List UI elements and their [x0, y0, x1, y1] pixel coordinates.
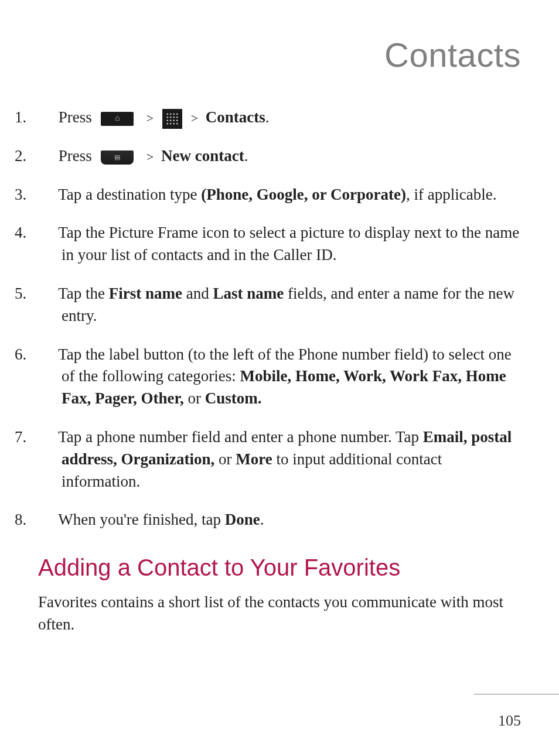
page-number: 105 — [498, 712, 521, 730]
more-label: More — [236, 450, 272, 468]
step-text: or — [184, 389, 205, 407]
footer-divider — [474, 694, 559, 695]
done-label: Done — [225, 511, 260, 528]
step-text: Press — [59, 108, 92, 126]
menu-path-new-contact: New contact — [161, 147, 244, 165]
menu-button-icon — [101, 150, 134, 165]
step-text: . — [260, 511, 264, 528]
step-text: Tap the Picture Frame icon to select a p… — [58, 224, 519, 264]
step-text: Tap the — [58, 285, 109, 302]
custom-label: Custom. — [205, 389, 262, 407]
step-4: 4. Tap the Picture Frame icon to select … — [38, 222, 521, 266]
last-name-label: Last name — [213, 285, 284, 302]
destination-types: (Phone, Google, or Corporate) — [201, 186, 406, 203]
step-number: 2. — [38, 145, 54, 167]
step-number: 3. — [38, 184, 54, 206]
step-text: Press — [59, 147, 92, 165]
step-text: and — [182, 285, 213, 302]
step-text: Tap a destination type — [58, 186, 201, 203]
step-3: 3. Tap a destination type (Phone, Google… — [38, 184, 521, 206]
step-number: 6. — [38, 344, 54, 366]
step-6: 6. Tap the label button (to the left of … — [38, 344, 521, 410]
separator: > — [191, 111, 198, 125]
step-list: 1. Press > > Contacts. 2. Press > New co… — [38, 107, 521, 531]
step-number: 7. — [38, 426, 54, 449]
period: . — [265, 108, 270, 126]
step-text: Tap a phone number field and enter a pho… — [58, 428, 423, 446]
separator: > — [146, 111, 154, 125]
separator: > — [146, 149, 154, 164]
step-8: 8. When you're finished, tap Done. — [38, 509, 521, 531]
step-number: 8. — [38, 509, 54, 531]
step-5: 5. Tap the First name and Last name fiel… — [38, 283, 521, 327]
menu-path-contacts: Contacts — [206, 108, 265, 126]
step-number: 1. — [38, 107, 54, 129]
step-number: 4. — [38, 222, 54, 244]
step-2: 2. Press > New contact. — [38, 145, 521, 167]
section-body-favorites: Favorites contains a short list of the c… — [38, 591, 521, 636]
first-name-label: First name — [109, 285, 182, 302]
step-text: , if applicable. — [406, 186, 496, 203]
step-number: 5. — [38, 283, 54, 305]
apps-grid-icon — [162, 109, 182, 129]
step-1: 1. Press > > Contacts. — [38, 107, 521, 129]
step-text: or — [214, 450, 236, 468]
step-7: 7. Tap a phone number field and enter a … — [38, 426, 521, 492]
section-heading-favorites: Adding a Contact to Your Favorites — [38, 555, 521, 581]
page-title: Contacts — [38, 35, 521, 74]
home-button-icon — [101, 112, 134, 126]
step-text: When you're finished, tap — [58, 511, 225, 528]
period: . — [244, 147, 248, 165]
